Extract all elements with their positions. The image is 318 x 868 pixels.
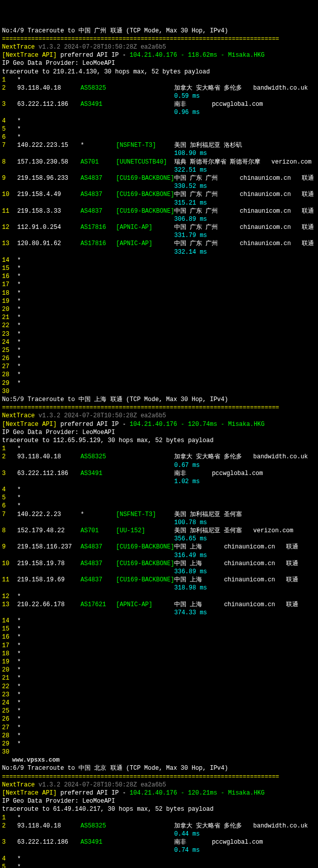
hop-latency: 332.14 ms: [174, 248, 207, 256]
hop-star: *: [17, 658, 21, 666]
hop-latency: 315.21 ms: [174, 199, 207, 207]
hop-bracket: [APNIC-AP]: [116, 223, 174, 231]
pad: [2, 166, 174, 174]
section-header: No:6/9 Traceroute to 中国 北京 联通 (TCP Mode,…: [2, 765, 228, 772]
hop-bracket: [CU169-BACKBONE]: [116, 560, 174, 568]
hop-star: *: [17, 699, 21, 707]
hop-row: 8152.179.48.22AS701[UU-152]美国 加利福尼亚 圣何塞 …: [2, 527, 316, 535]
hop-number: 22: [2, 683, 17, 691]
hop-star: *: [17, 683, 21, 691]
nexttrace-line: NextTrace v1.3.2 2024-07-28T10:50:28Z ea…: [2, 412, 316, 420]
api-ip: 104.21.40.176 - 118.62ms - Misaka.HKG: [130, 52, 264, 59]
hop-location: 南非: [174, 470, 212, 477]
hop-row: 12*: [2, 593, 316, 601]
hop-location: 美国 加利福尼亚 洛杉矶: [174, 142, 253, 149]
hop-star: *: [17, 724, 21, 732]
pad: [2, 248, 174, 256]
hop-number: 27: [2, 724, 17, 732]
hop-number: 9: [2, 174, 17, 182]
hop-latency: 336.89 ms: [174, 568, 207, 576]
hop-host: chinaunicom.cn: [240, 208, 291, 215]
latency-row: 315.21 ms: [2, 199, 316, 207]
hop-row: 6*: [2, 502, 316, 510]
nexttrace-label: NextTrace: [2, 44, 38, 51]
hop-star: *: [17, 354, 21, 363]
hop-row: 6*: [2, 133, 316, 141]
hop-location-cell: 瑞典 斯德哥尔摩省 斯德哥尔摩 verizon.com: [174, 158, 316, 166]
hop-bracket: [116, 822, 174, 830]
hop-host: chinaunicom.cn: [224, 560, 275, 567]
hop-row: 28*: [2, 732, 316, 740]
hop-ip: 219.158.19.78: [17, 560, 81, 568]
hop-star: *: [17, 117, 21, 125]
hop-star: *: [17, 691, 21, 699]
hop-number: 1: [2, 814, 17, 822]
hop-host: bandwidth.co.uk: [253, 85, 308, 92]
hop-row: 18*: [2, 289, 316, 297]
pad: [2, 830, 174, 838]
hop-row: 15*: [2, 625, 316, 633]
watermark-text: www.vpsxs.com: [12, 757, 60, 764]
hop-row: 18*: [2, 650, 316, 658]
latency-row: 0.59 ms: [2, 92, 316, 100]
hop-number: 8: [2, 527, 17, 535]
hop-number: 22: [2, 322, 17, 330]
hop-number: 10: [2, 190, 17, 199]
hop-location: 加拿大 安大略省 多伦多: [174, 453, 253, 460]
hop-number: 4: [2, 855, 17, 863]
pad: [2, 551, 174, 560]
hop-row: 363.222.112.186AS3491南非 pccwglobal.com: [2, 469, 316, 478]
latency-row: 1.02 ms: [2, 478, 316, 486]
hop-row: 14*: [2, 256, 316, 264]
hop-number: 25: [2, 346, 17, 354]
hop-number: 3: [2, 469, 17, 478]
hop-number: 17: [2, 642, 17, 650]
api-text: preferred API IP -: [57, 52, 130, 59]
hop-number: 2: [2, 84, 17, 92]
hop-location-cell: 中国 上海 chinaunicom.cn 联通: [174, 543, 316, 551]
hop-row: 4*: [2, 486, 316, 494]
hop-number: 2: [2, 822, 17, 830]
hop-extra: 联通: [291, 240, 314, 247]
pad: [2, 182, 174, 190]
hop-row: 5*: [2, 125, 316, 133]
hop-number: 28: [2, 371, 17, 379]
nexttrace-line: NextTrace v1.3.2 2024-07-28T10:50:28Z ea…: [2, 43, 316, 51]
hop-asn: AS17816: [81, 223, 116, 231]
hop-host: bandwidth.co.uk: [253, 822, 308, 830]
hop-location-cell: 中国 广东 广州 chinaunicom.cn 联通: [174, 190, 316, 199]
hop-latency: 306.89 ms: [174, 215, 207, 223]
geo-provider: IP Geo Data Provider: LeoMoeAPI: [2, 429, 115, 436]
pad: [2, 231, 174, 240]
hop-row: 29*: [2, 379, 316, 387]
hop-row: 11219.158.3.33AS4837[CU169-BACKBONE]中国 广…: [2, 207, 316, 215]
hop-bracket: [UUNETCUSTB40]: [116, 158, 174, 166]
version: v1.3.2 2024-07-28T10:50:28Z ea2a6b5: [38, 412, 166, 419]
hop-location-cell: 南非 pccwglobal.com: [174, 100, 316, 108]
api-label: [NextTrace API]: [2, 52, 57, 59]
hop-bracket: [APNIC-AP]: [116, 240, 174, 248]
hop-bracket: [NSFNET-T3]: [116, 141, 174, 149]
hop-row: 26*: [2, 715, 316, 723]
hop-row: 21*: [2, 674, 316, 682]
hop-star: *: [17, 625, 21, 633]
hop-number: 14: [2, 617, 17, 625]
hop-number: 28: [2, 732, 17, 740]
hop-ip: 219.158.19.69: [17, 576, 81, 584]
hop-location-cell: 中国 上海 chinaunicom.cn 联通: [174, 560, 316, 568]
hop-asn: AS58325: [81, 453, 116, 461]
hop-ip: 140.222.2.23: [17, 510, 81, 519]
hop-extra: 联通: [275, 543, 298, 550]
hop-ip: 157.130.230.58: [17, 158, 81, 166]
hop-row: 13120.80.91.62AS17816[APNIC-AP]中国 广东 广州 …: [2, 240, 316, 248]
hop-row: 19*: [2, 658, 316, 666]
hop-star: *: [17, 322, 21, 330]
api-line: [NextTrace API] preferred API IP - 104.2…: [2, 51, 316, 59]
hop-ip: 63.222.112.186: [17, 469, 81, 478]
hop-latency: 0.59 ms: [174, 92, 200, 100]
hop-number: 21: [2, 674, 17, 682]
api-line: [NextTrace API] preferred API IP - 104.2…: [2, 789, 316, 797]
hop-number: 27: [2, 363, 17, 371]
hop-bracket: [116, 453, 174, 461]
hop-number: 24: [2, 338, 17, 346]
